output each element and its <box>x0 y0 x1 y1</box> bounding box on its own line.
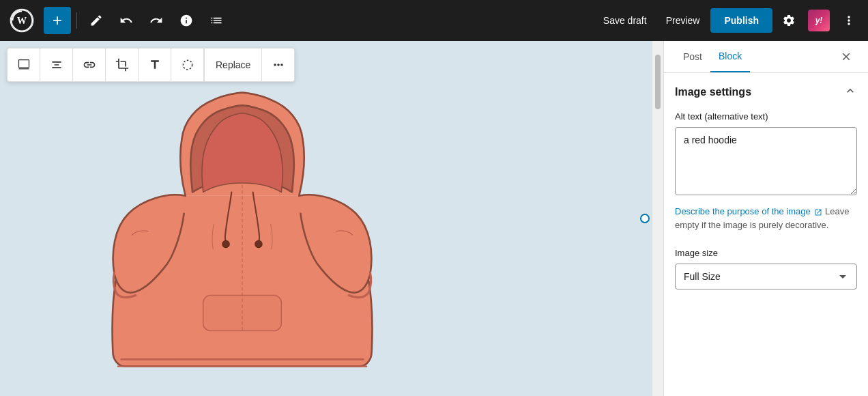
chevron-up-icon <box>843 84 857 98</box>
settings-header: Image settings <box>675 84 857 100</box>
editor-area: Replace <box>0 41 663 396</box>
sidebar-tabs: Post Block <box>664 41 868 73</box>
close-icon <box>840 51 852 63</box>
image-size-section: Image size Thumbnail Medium Large Full S… <box>664 248 868 300</box>
image-text-button[interactable] <box>139 48 171 81</box>
alt-text-input[interactable] <box>675 127 857 195</box>
caption-icon <box>50 58 63 72</box>
image-select-button[interactable] <box>171 48 204 81</box>
pencil-icon <box>89 14 103 27</box>
image-caption-button[interactable] <box>40 48 73 81</box>
undo-button[interactable] <box>113 7 140 34</box>
more-options-button[interactable] <box>835 7 863 34</box>
svg-point-4 <box>222 240 229 247</box>
info-icon <box>179 14 193 27</box>
yoast-icon: y! <box>808 10 830 31</box>
scrollbar[interactable] <box>652 41 663 396</box>
alt-text-label: Alt text (alternative text) <box>675 111 857 122</box>
svg-text:W: W <box>17 15 27 26</box>
image-toolbar: Replace <box>7 48 295 82</box>
toolbar-separator-1 <box>76 12 77 29</box>
sidebar-content: Image settings Alt text (alternative tex… <box>664 73 868 396</box>
image-link-button[interactable] <box>73 48 106 81</box>
replace-button[interactable]: Replace <box>204 48 261 81</box>
resize-handle[interactable] <box>640 214 650 223</box>
wp-logo: W <box>5 4 38 37</box>
tab-post[interactable]: Post <box>675 42 710 72</box>
image-size-label: Image size <box>675 248 857 258</box>
image-size-select[interactable]: Thumbnail Medium Large Full Size <box>675 264 857 289</box>
canvas-area <box>0 41 652 396</box>
alt-text-description: Describe the purpose of the image Leave … <box>675 205 857 231</box>
svg-rect-6 <box>18 60 29 68</box>
redo-icon <box>149 14 163 27</box>
alt-text-link-text: Describe the purpose of the image <box>675 206 811 216</box>
edit-button[interactable] <box>83 7 110 34</box>
right-sidebar: Post Block Image settings <box>663 41 868 396</box>
scrollbar-thumb[interactable] <box>655 55 661 109</box>
list-view-button[interactable] <box>203 7 230 34</box>
settings-button[interactable] <box>775 7 802 34</box>
redo-button[interactable] <box>143 7 170 34</box>
save-draft-button[interactable]: Save draft <box>595 10 655 31</box>
select-icon <box>181 58 194 72</box>
image-more-button[interactable] <box>261 48 294 81</box>
add-block-button[interactable]: + <box>44 7 71 34</box>
tab-block[interactable]: Block <box>710 41 750 72</box>
svg-point-7 <box>183 60 192 69</box>
list-view-icon <box>209 14 223 27</box>
text-icon <box>148 58 162 72</box>
main-area: Replace Post Block <box>0 41 868 396</box>
more-dots-icon <box>272 58 285 72</box>
image-align-icon <box>17 58 31 72</box>
image-settings-title: Image settings <box>675 86 751 98</box>
close-sidebar-button[interactable] <box>835 46 857 68</box>
undo-icon <box>119 14 133 27</box>
yoast-button[interactable]: y! <box>805 7 833 34</box>
top-toolbar: W + Save draft Preview Publish <box>0 0 868 41</box>
preview-button[interactable]: Preview <box>658 10 708 31</box>
external-link-icon <box>814 208 822 216</box>
image-crop-button[interactable] <box>106 48 139 81</box>
image-settings-section: Image settings Alt text (alternative tex… <box>664 73 868 242</box>
hoodie-image <box>55 82 430 396</box>
crop-icon <box>115 58 129 72</box>
link-icon <box>83 58 96 72</box>
more-vertical-icon <box>842 14 856 27</box>
yoast-text: y! <box>815 16 823 25</box>
info-button[interactable] <box>173 7 200 34</box>
image-align-button[interactable] <box>8 48 40 81</box>
svg-point-5 <box>255 240 262 247</box>
publish-button[interactable]: Publish <box>710 8 772 33</box>
collapse-settings-button[interactable] <box>843 84 857 100</box>
alt-text-learn-link[interactable]: Describe the purpose of the image <box>675 206 825 216</box>
gear-icon <box>782 14 796 27</box>
wordpress-icon: W <box>10 8 34 33</box>
